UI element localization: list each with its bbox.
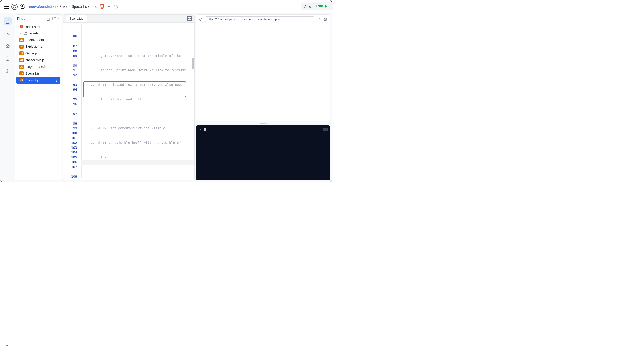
file-item-index-html[interactable]: index.html (16, 24, 60, 30)
main-area: Files index.html assets JS EnemyBeam.js (0, 13, 332, 182)
console-prompt: > (199, 128, 201, 131)
svg-point-13 (56, 78, 57, 79)
right-panel: > (196, 14, 330, 180)
preview-toolbar (196, 14, 330, 24)
svg-point-3 (22, 5, 23, 7)
file-item-enemybeam[interactable]: JS EnemyBeam.js (16, 36, 60, 43)
reload-icon[interactable] (198, 17, 203, 22)
run-label: Run (316, 4, 323, 8)
file-item-scene2[interactable]: JS Scene2.js (16, 77, 60, 84)
new-folder-icon[interactable] (52, 17, 56, 21)
preview-frame[interactable] (196, 24, 330, 121)
code-content[interactable]: gameOverText, set it at the middle of th… (81, 22, 194, 180)
file-item-assets-folder[interactable]: assets (16, 30, 60, 36)
preview-url-input[interactable] (205, 16, 314, 22)
html5-file-icon (20, 25, 24, 29)
menu-icon[interactable] (3, 3, 10, 10)
console-panel[interactable]: > (196, 126, 330, 180)
folder-icon (24, 32, 28, 35)
js-file-icon: JS (20, 65, 24, 69)
chevron-down-icon[interactable] (106, 4, 112, 10)
settings-rail-icon[interactable] (4, 67, 12, 75)
breadcrumb-org[interactable]: nuevofoundation (29, 5, 56, 9)
packages-rail-icon[interactable] (4, 42, 12, 50)
console-clear-icon[interactable] (323, 128, 328, 131)
svg-point-9 (7, 71, 8, 72)
editor-tab-scene2[interactable]: Scene2.js (66, 15, 87, 22)
play-icon (325, 5, 328, 8)
replit-logo-icon[interactable] (11, 3, 18, 10)
js-file-icon: JS (20, 44, 24, 48)
files-panel: Files index.html assets JS EnemyBeam.js (15, 14, 62, 180)
share-icon (304, 5, 308, 8)
breadcrumb: nuevofoundation / Phaser Space Invaders (29, 5, 96, 9)
open-external-icon[interactable] (323, 17, 328, 22)
sidebar-rail (2, 14, 14, 180)
run-button[interactable]: Run (311, 2, 332, 10)
file-name: EnemyBeam.js (25, 38, 47, 42)
file-name: Scene2.js (25, 78, 40, 82)
file-name: PlayerBeam.js (25, 65, 46, 68)
panel-resize-handle[interactable] (196, 122, 330, 124)
new-file-icon[interactable] (46, 17, 50, 21)
breadcrumb-separator: / (57, 5, 58, 9)
history-icon[interactable] (114, 4, 119, 10)
file-name: Game.js (25, 52, 38, 55)
file-name: Explosion.js (25, 45, 42, 48)
database-rail-icon[interactable] (4, 55, 12, 63)
console-cursor (204, 128, 206, 131)
file-item-phaser-min[interactable]: JS phaser.min.js (16, 57, 60, 64)
edit-icon[interactable] (317, 17, 321, 22)
svg-point-8 (6, 57, 9, 58)
files-rail-icon[interactable] (4, 17, 12, 25)
file-item-explosion[interactable]: JS Explosion.js (16, 43, 60, 50)
html5-icon (100, 4, 104, 9)
file-name: assets (29, 32, 39, 35)
js-file-icon: JS (20, 78, 24, 82)
files-header: Files (15, 14, 62, 23)
header-bar: nuevofoundation / Phaser Space Invaders … (0, 0, 332, 13)
editor-panel: Scene2.js 86 8788 89 9091 92 93 94 95 96… (63, 14, 194, 180)
js-file-icon: JS (20, 72, 24, 76)
file-name: Scene1.js (25, 72, 40, 75)
vcs-rail-icon[interactable] (4, 30, 12, 38)
preview-panel (196, 14, 330, 121)
chevron-right-icon (20, 32, 22, 34)
js-file-icon: JS (20, 51, 24, 55)
file-item-playerbeam[interactable]: JS PlayerBeam.js (16, 64, 60, 70)
file-item-scene1[interactable]: JS Scene1.js (16, 70, 60, 77)
svg-point-14 (56, 80, 57, 81)
user-avatar-icon[interactable] (20, 4, 25, 10)
file-list: index.html assets JS EnemyBeam.js JS Exp… (15, 23, 62, 84)
file-name: phaser.min.js (25, 58, 44, 62)
file-name: index.html (25, 25, 40, 29)
breadcrumb-project[interactable]: Phaser Space Invaders (59, 5, 96, 9)
js-file-icon: JS (20, 58, 24, 62)
svg-point-15 (56, 81, 57, 82)
code-editor[interactable]: 86 8788 89 9091 92 93 94 95 96 97 989910… (63, 22, 194, 180)
svg-point-4 (305, 6, 306, 6)
svg-point-12 (58, 20, 59, 20)
svg-point-10 (58, 17, 59, 18)
files-title: Files (17, 17, 25, 21)
svg-point-1 (13, 5, 16, 8)
files-more-icon[interactable] (58, 17, 59, 21)
js-file-icon: JS (20, 38, 24, 42)
file-more-icon[interactable] (56, 78, 57, 82)
editor-tab-bar: Scene2.js (63, 14, 194, 22)
line-gutter: 86 8788 89 9091 92 93 94 95 96 97 989910… (63, 22, 81, 180)
markdown-preview-icon[interactable] (187, 16, 192, 21)
svg-point-11 (58, 18, 59, 19)
file-item-game[interactable]: JS Game.js (16, 50, 60, 57)
